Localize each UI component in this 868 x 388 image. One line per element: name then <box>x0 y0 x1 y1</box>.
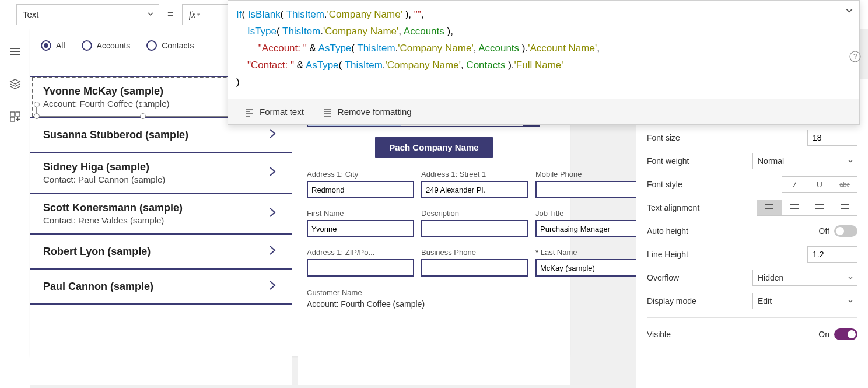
field-label: Mobile Phone <box>536 170 643 179</box>
list-item-title: Robert Lyon (sample) <box>43 246 150 258</box>
field-input[interactable] <box>536 259 643 277</box>
prop-visible-toggle[interactable] <box>834 328 858 340</box>
patch-button[interactable]: Pach Company Name <box>375 137 492 158</box>
field-input[interactable] <box>421 259 528 277</box>
field-input[interactable] <box>307 181 414 198</box>
field-input[interactable] <box>421 181 528 198</box>
left-rail <box>0 0 30 388</box>
form-field: Last Name <box>536 248 643 277</box>
radio-icon <box>146 40 157 51</box>
filter-radio-accounts[interactable]: Accounts <box>82 40 131 51</box>
chevron-right-icon <box>267 126 278 144</box>
property-selector-value: Text <box>23 9 39 19</box>
collapse-formula-icon[interactable] <box>845 6 853 17</box>
prop-lineheight-label: Line Height <box>647 250 752 259</box>
prop-autoheight-toggle[interactable] <box>834 225 858 237</box>
list-item-title: Paul Cannon (sample) <box>43 281 153 293</box>
prop-overflow-label: Overflow <box>647 273 752 282</box>
chevron-right-icon <box>267 164 278 181</box>
layers-icon[interactable] <box>9 78 21 90</box>
svg-rect-3 <box>16 112 20 116</box>
align-right-button[interactable] <box>807 200 832 216</box>
prop-lineheight-input[interactable] <box>807 246 858 263</box>
customer-name-label: Customer Name <box>307 288 561 297</box>
list-item-subtitle: Contact: Paul Cannon (sample) <box>43 174 165 184</box>
form-field: Description <box>421 209 528 237</box>
field-label: Address 1: Street 1 <box>421 170 528 179</box>
field-label: Job Title <box>536 209 643 218</box>
field-label: Last Name <box>536 248 643 257</box>
chevron-right-icon <box>267 243 278 260</box>
field-input[interactable] <box>536 181 643 198</box>
help-icon[interactable]: ? <box>849 51 861 65</box>
remove-format-icon <box>323 107 332 117</box>
strike-button[interactable]: abc <box>832 176 858 193</box>
prop-align-group <box>757 200 858 216</box>
list-item[interactable]: Scott Konersmann (sample)Contact: Rene V… <box>30 194 292 235</box>
form-field: Business Phone <box>421 248 528 277</box>
filter-radio-contacts[interactable]: Contacts <box>146 40 194 51</box>
svg-rect-4 <box>10 117 15 121</box>
property-selector[interactable]: Text <box>16 4 159 25</box>
insert-icon[interactable] <box>9 111 21 123</box>
field-label: Description <box>421 209 528 218</box>
form-field: Mobile Phone <box>536 170 643 198</box>
customer-name-value: Account: Fourth Coffee (sample) <box>307 299 561 309</box>
prop-fontsize-label: Font size <box>647 133 752 142</box>
radio-icon <box>82 40 92 51</box>
align-left-button[interactable] <box>757 200 782 216</box>
field-label: Business Phone <box>421 248 528 257</box>
prop-fontweight-select[interactable]: Normal <box>752 153 858 169</box>
field-input[interactable] <box>421 220 528 237</box>
italic-button[interactable]: / <box>782 176 807 193</box>
list-item[interactable]: Sidney Higa (sample)Contact: Paul Cannon… <box>30 153 292 194</box>
field-input[interactable] <box>307 220 414 237</box>
field-input[interactable] <box>536 220 643 237</box>
list-item-title: Scott Konersmann (sample) <box>43 202 183 214</box>
prop-visible-label: Visible <box>647 330 818 339</box>
format-text-button[interactable]: Format text <box>244 107 304 117</box>
prop-autoheight-value: Off <box>819 226 830 236</box>
prop-displaymode-select[interactable]: Edit <box>752 293 858 309</box>
prop-fontstyle-group: / U abc <box>782 176 858 193</box>
remove-formatting-button[interactable]: Remove formatting <box>323 107 412 117</box>
underline-button[interactable]: U <box>807 176 832 193</box>
form-field: Address 1: ZIP/Po... <box>307 248 414 277</box>
format-icon <box>244 107 254 117</box>
svg-rect-2 <box>10 112 15 116</box>
align-justify-button[interactable] <box>832 200 858 216</box>
field-label: Address 1: ZIP/Po... <box>307 248 414 257</box>
field-label: First Name <box>307 209 414 218</box>
prop-fontsize-input[interactable] <box>807 130 858 146</box>
align-center-button[interactable] <box>782 200 807 216</box>
formula-code[interactable]: If( IsBlank( ThisItem.'Company Name' ), … <box>228 1 859 99</box>
list-item-title: Susanna Stubberod (sample) <box>43 129 188 141</box>
form-field: First Name <box>307 209 414 237</box>
svg-text:?: ? <box>853 53 858 61</box>
equals-label: = <box>167 8 174 20</box>
field-label: Address 1: City <box>307 170 414 179</box>
list-item-subtitle: Contact: Rene Valdes (sample) <box>43 215 183 225</box>
list-item-title: Yvonne McKay (sample) <box>43 85 170 97</box>
form-field: Address 1: Street 1 <box>421 170 528 198</box>
list-item-subtitle: Account: Fourth Coffee (sample) <box>43 99 170 109</box>
prop-fontstyle-label: Font style <box>647 180 782 189</box>
list-item-title: Sidney Higa (sample) <box>43 161 165 173</box>
chevron-down-icon <box>147 9 154 19</box>
chevron-down-icon <box>848 156 853 166</box>
prop-visible-value: On <box>818 330 830 339</box>
list-item[interactable]: Robert Lyon (sample) <box>30 235 292 270</box>
filter-radio-all[interactable]: All <box>41 40 65 51</box>
fx-button[interactable]: fx▾ <box>182 4 206 25</box>
chevron-right-icon <box>267 205 278 222</box>
form-field: Address 1: City <box>307 170 414 198</box>
prop-overflow-select[interactable]: Hidden <box>752 270 858 286</box>
radio-selected-icon <box>41 40 51 51</box>
prop-align-label: Text alignment <box>647 203 757 212</box>
field-input[interactable] <box>307 259 414 277</box>
prop-fontweight-label: Font weight <box>647 156 752 166</box>
chevron-down-icon <box>848 273 853 282</box>
prop-autoheight-label: Auto height <box>647 226 819 236</box>
list-item[interactable]: Paul Cannon (sample) <box>30 270 292 305</box>
hamburger-icon[interactable] <box>9 46 21 57</box>
